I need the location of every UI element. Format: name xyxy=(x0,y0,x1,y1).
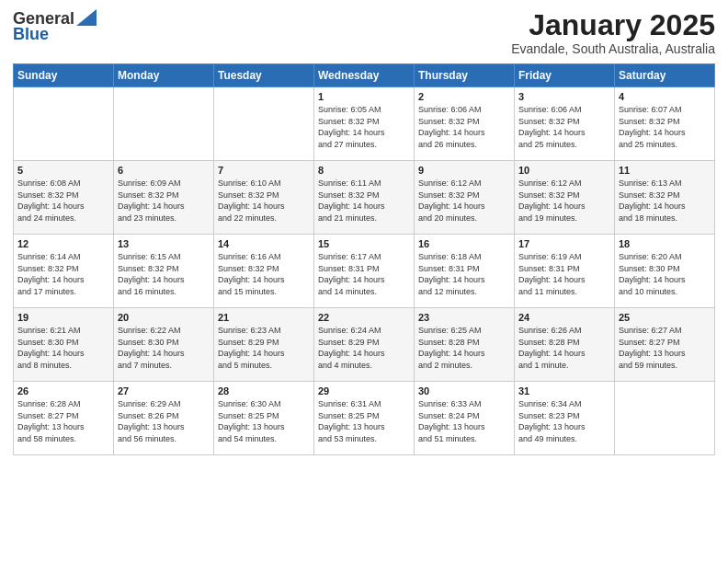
day-number: 6 xyxy=(118,165,210,176)
day-number: 9 xyxy=(418,165,510,176)
day-info: Sunrise: 6:22 AM Sunset: 8:30 PM Dayligh… xyxy=(118,325,210,371)
calendar-cell: 10Sunrise: 6:12 AM Sunset: 8:32 PM Dayli… xyxy=(515,161,615,235)
day-info: Sunrise: 6:06 AM Sunset: 8:32 PM Dayligh… xyxy=(518,104,610,150)
day-info: Sunrise: 6:07 AM Sunset: 8:32 PM Dayligh… xyxy=(619,104,711,150)
calendar-cell: 22Sunrise: 6:24 AM Sunset: 8:29 PM Dayli… xyxy=(314,308,415,382)
calendar-cell: 31Sunrise: 6:34 AM Sunset: 8:23 PM Dayli… xyxy=(515,382,615,455)
calendar-cell: 24Sunrise: 6:26 AM Sunset: 8:28 PM Dayli… xyxy=(515,308,615,382)
day-info: Sunrise: 6:19 AM Sunset: 8:31 PM Dayligh… xyxy=(518,251,610,297)
subtitle: Evandale, South Australia, Australia xyxy=(511,41,715,56)
header: General Blue January 2025 Evandale, Sout… xyxy=(13,9,715,56)
day-info: Sunrise: 6:10 AM Sunset: 8:32 PM Dayligh… xyxy=(218,178,310,224)
day-info: Sunrise: 6:08 AM Sunset: 8:32 PM Dayligh… xyxy=(17,178,109,224)
day-info: Sunrise: 6:12 AM Sunset: 8:32 PM Dayligh… xyxy=(418,178,510,224)
day-number: 3 xyxy=(518,91,610,102)
day-info: Sunrise: 6:12 AM Sunset: 8:32 PM Dayligh… xyxy=(518,178,610,224)
day-info: Sunrise: 6:14 AM Sunset: 8:32 PM Dayligh… xyxy=(17,251,109,297)
calendar-cell: 27Sunrise: 6:29 AM Sunset: 8:26 PM Dayli… xyxy=(114,382,214,455)
calendar: SundayMondayTuesdayWednesdayThursdayFrid… xyxy=(13,63,715,455)
day-number: 1 xyxy=(318,91,410,102)
day-info: Sunrise: 6:25 AM Sunset: 8:28 PM Dayligh… xyxy=(418,325,510,371)
day-info: Sunrise: 6:24 AM Sunset: 8:29 PM Dayligh… xyxy=(318,325,410,371)
day-info: Sunrise: 6:05 AM Sunset: 8:32 PM Dayligh… xyxy=(318,104,410,150)
calendar-cell xyxy=(615,382,715,455)
day-info: Sunrise: 6:34 AM Sunset: 8:23 PM Dayligh… xyxy=(518,398,610,444)
logo: General Blue xyxy=(13,9,97,42)
day-number: 28 xyxy=(218,385,310,396)
header-wednesday: Wednesday xyxy=(314,64,415,87)
day-info: Sunrise: 6:18 AM Sunset: 8:31 PM Dayligh… xyxy=(418,251,510,297)
calendar-cell: 7Sunrise: 6:10 AM Sunset: 8:32 PM Daylig… xyxy=(214,161,314,235)
day-info: Sunrise: 6:28 AM Sunset: 8:27 PM Dayligh… xyxy=(17,398,109,444)
day-info: Sunrise: 6:09 AM Sunset: 8:32 PM Dayligh… xyxy=(118,178,210,224)
calendar-week-4: 19Sunrise: 6:21 AM Sunset: 8:30 PM Dayli… xyxy=(14,308,715,382)
calendar-cell: 2Sunrise: 6:06 AM Sunset: 8:32 PM Daylig… xyxy=(415,87,515,161)
calendar-cell xyxy=(114,87,214,161)
day-info: Sunrise: 6:21 AM Sunset: 8:30 PM Dayligh… xyxy=(17,325,109,371)
day-number: 30 xyxy=(418,385,510,396)
day-number: 16 xyxy=(418,238,510,249)
calendar-cell: 17Sunrise: 6:19 AM Sunset: 8:31 PM Dayli… xyxy=(515,235,615,308)
day-number: 5 xyxy=(17,165,109,176)
day-number: 12 xyxy=(17,238,109,249)
calendar-cell: 29Sunrise: 6:31 AM Sunset: 8:25 PM Dayli… xyxy=(314,382,415,455)
month-title: January 2025 xyxy=(511,9,715,41)
header-tuesday: Tuesday xyxy=(214,64,314,87)
day-number: 18 xyxy=(619,238,711,249)
day-number: 19 xyxy=(17,312,109,323)
calendar-cell: 4Sunrise: 6:07 AM Sunset: 8:32 PM Daylig… xyxy=(615,87,715,161)
calendar-header-row: SundayMondayTuesdayWednesdayThursdayFrid… xyxy=(14,64,715,87)
calendar-cell: 14Sunrise: 6:16 AM Sunset: 8:32 PM Dayli… xyxy=(214,235,314,308)
svg-marker-0 xyxy=(76,9,97,26)
calendar-cell: 3Sunrise: 6:06 AM Sunset: 8:32 PM Daylig… xyxy=(515,87,615,161)
calendar-cell: 9Sunrise: 6:12 AM Sunset: 8:32 PM Daylig… xyxy=(415,161,515,235)
day-info: Sunrise: 6:30 AM Sunset: 8:25 PM Dayligh… xyxy=(218,398,310,444)
logo-blue: Blue xyxy=(13,26,49,42)
day-number: 13 xyxy=(118,238,210,249)
calendar-cell: 28Sunrise: 6:30 AM Sunset: 8:25 PM Dayli… xyxy=(214,382,314,455)
day-number: 2 xyxy=(418,91,510,102)
calendar-cell: 12Sunrise: 6:14 AM Sunset: 8:32 PM Dayli… xyxy=(14,235,114,308)
day-number: 27 xyxy=(118,385,210,396)
calendar-cell: 5Sunrise: 6:08 AM Sunset: 8:32 PM Daylig… xyxy=(14,161,114,235)
page: General Blue January 2025 Evandale, Sout… xyxy=(0,0,728,563)
day-number: 11 xyxy=(619,165,711,176)
calendar-cell xyxy=(14,87,114,161)
title-area: January 2025 Evandale, South Australia, … xyxy=(511,9,715,56)
logo-icon xyxy=(76,9,97,26)
calendar-cell: 21Sunrise: 6:23 AM Sunset: 8:29 PM Dayli… xyxy=(214,308,314,382)
day-number: 31 xyxy=(518,385,610,396)
calendar-cell: 11Sunrise: 6:13 AM Sunset: 8:32 PM Dayli… xyxy=(615,161,715,235)
day-info: Sunrise: 6:16 AM Sunset: 8:32 PM Dayligh… xyxy=(218,251,310,297)
calendar-cell: 13Sunrise: 6:15 AM Sunset: 8:32 PM Dayli… xyxy=(114,235,214,308)
calendar-cell: 23Sunrise: 6:25 AM Sunset: 8:28 PM Dayli… xyxy=(415,308,515,382)
day-info: Sunrise: 6:31 AM Sunset: 8:25 PM Dayligh… xyxy=(318,398,410,444)
day-number: 26 xyxy=(17,385,109,396)
day-number: 21 xyxy=(218,312,310,323)
day-number: 20 xyxy=(118,312,210,323)
day-number: 10 xyxy=(518,165,610,176)
day-info: Sunrise: 6:29 AM Sunset: 8:26 PM Dayligh… xyxy=(118,398,210,444)
header-thursday: Thursday xyxy=(415,64,515,87)
day-number: 25 xyxy=(619,312,711,323)
day-number: 23 xyxy=(418,312,510,323)
calendar-cell: 26Sunrise: 6:28 AM Sunset: 8:27 PM Dayli… xyxy=(14,382,114,455)
day-info: Sunrise: 6:17 AM Sunset: 8:31 PM Dayligh… xyxy=(318,251,410,297)
calendar-cell: 25Sunrise: 6:27 AM Sunset: 8:27 PM Dayli… xyxy=(615,308,715,382)
calendar-cell: 30Sunrise: 6:33 AM Sunset: 8:24 PM Dayli… xyxy=(415,382,515,455)
header-saturday: Saturday xyxy=(615,64,715,87)
header-monday: Monday xyxy=(114,64,214,87)
calendar-cell: 18Sunrise: 6:20 AM Sunset: 8:30 PM Dayli… xyxy=(615,235,715,308)
calendar-cell: 1Sunrise: 6:05 AM Sunset: 8:32 PM Daylig… xyxy=(314,87,415,161)
day-info: Sunrise: 6:23 AM Sunset: 8:29 PM Dayligh… xyxy=(218,325,310,371)
day-info: Sunrise: 6:15 AM Sunset: 8:32 PM Dayligh… xyxy=(118,251,210,297)
day-info: Sunrise: 6:06 AM Sunset: 8:32 PM Dayligh… xyxy=(418,104,510,150)
day-number: 14 xyxy=(218,238,310,249)
day-number: 17 xyxy=(518,238,610,249)
day-number: 29 xyxy=(318,385,410,396)
day-number: 22 xyxy=(318,312,410,323)
day-number: 15 xyxy=(318,238,410,249)
calendar-cell: 20Sunrise: 6:22 AM Sunset: 8:30 PM Dayli… xyxy=(114,308,214,382)
day-number: 4 xyxy=(619,91,711,102)
calendar-cell: 16Sunrise: 6:18 AM Sunset: 8:31 PM Dayli… xyxy=(415,235,515,308)
